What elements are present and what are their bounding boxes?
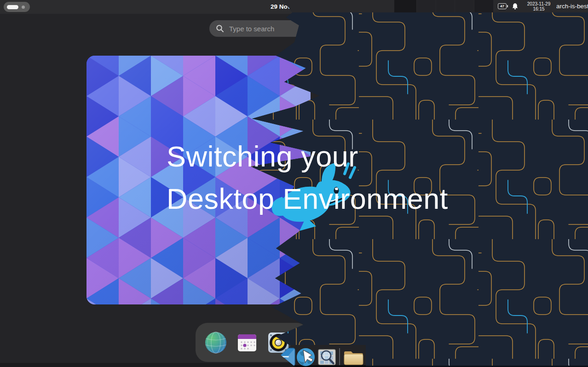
search-input[interactable]	[228, 24, 304, 33]
headline-line-2: Desktop Environment	[167, 178, 448, 220]
application-finder-icon[interactable]	[318, 348, 336, 367]
hostname-label: arch-is-best	[556, 0, 588, 12]
workspace-indicator[interactable]	[4, 2, 30, 12]
active-workspace-pill	[7, 5, 18, 9]
notification-bell-icon[interactable]	[512, 3, 519, 10]
screenshot-root: 29 Nov	[0, 0, 588, 367]
search-icon	[216, 24, 224, 33]
battery-nub	[507, 5, 508, 7]
battery-indicator: 47	[498, 3, 508, 9]
workspace-block[interactable]	[474, 0, 493, 12]
headline: Switching your Desktop Environment	[167, 135, 448, 220]
web-browser-globe-icon[interactable]	[205, 332, 227, 354]
status-time: 16:15	[523, 6, 555, 11]
calendar-icon[interactable]	[236, 332, 258, 354]
headline-line-1: Switching your	[167, 135, 448, 178]
battery-percent: 47	[498, 3, 507, 9]
status-date: 2023-11-29	[523, 1, 555, 6]
browser-globe-cursor-icon[interactable]	[296, 348, 315, 367]
workspace-block[interactable]	[455, 0, 474, 12]
folder-icon[interactable]	[343, 349, 364, 367]
datetime-widget: 2023-11-29 16:15	[523, 1, 555, 11]
workspace-block[interactable]	[394, 0, 416, 12]
workspace-block[interactable]	[436, 0, 455, 12]
workspace-block[interactable]	[417, 0, 436, 12]
inactive-workspace-dot	[22, 6, 25, 9]
panel-separator	[339, 348, 340, 365]
